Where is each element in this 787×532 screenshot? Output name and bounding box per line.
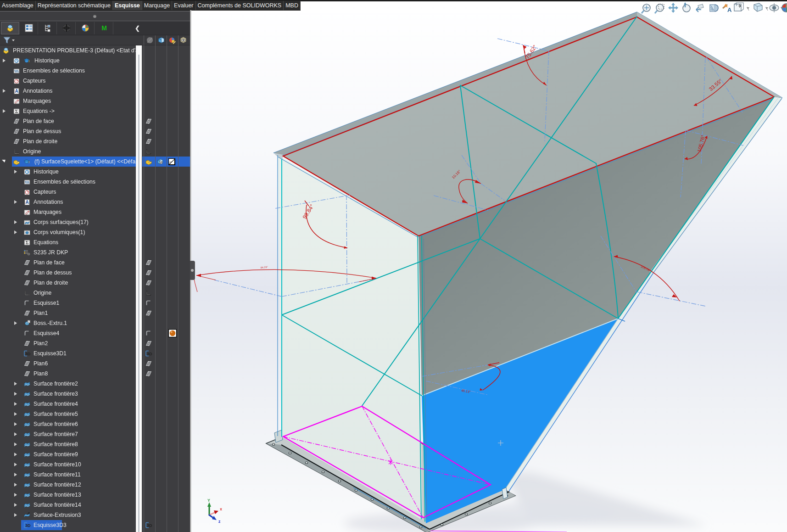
svg-text:A: A: [727, 6, 732, 13]
svg-text:A: A: [15, 89, 18, 94]
svg-text:3D: 3D: [25, 352, 31, 356]
svg-text:M: M: [101, 24, 107, 32]
svg-text:Σ: Σ: [26, 240, 29, 245]
svg-text:x: x: [220, 507, 222, 511]
svg-text:A: A: [25, 200, 28, 205]
svg-text:Σ: Σ: [15, 109, 18, 114]
svg-text:Y: Y: [207, 498, 210, 503]
svg-text:3D: 3D: [25, 523, 31, 528]
svg-text:z: z: [218, 519, 221, 524]
svg-text:3D: 3D: [147, 352, 152, 356]
svg-text:3D: 3D: [147, 523, 152, 528]
